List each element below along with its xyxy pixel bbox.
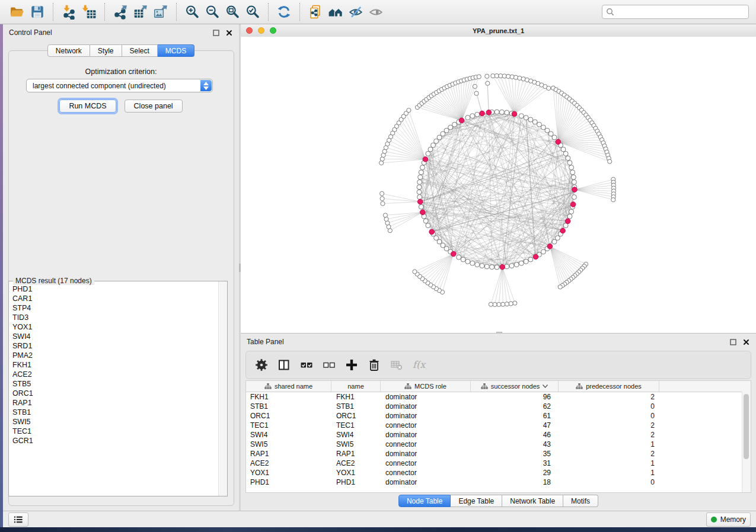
graph-hub-node[interactable]: [556, 139, 561, 145]
mcds-result-item[interactable]: TID3: [12, 313, 219, 322]
graph-node[interactable]: [444, 128, 449, 133]
graph-node[interactable]: [470, 114, 475, 118]
tab-style[interactable]: Style: [90, 44, 122, 57]
columns-icon[interactable]: [277, 358, 291, 372]
zoom-selected-icon[interactable]: [243, 2, 263, 21]
graph-node[interactable]: [572, 180, 576, 184]
close-panel-icon[interactable]: [225, 29, 233, 37]
refresh-icon[interactable]: [274, 2, 294, 21]
graph-node[interactable]: [552, 135, 557, 140]
graph-hub-node[interactable]: [480, 111, 485, 116]
graph-node[interactable]: [423, 219, 428, 223]
graph-leaf-node[interactable]: [474, 91, 479, 95]
run-mcds-button[interactable]: Run MCDS: [59, 100, 116, 113]
graph-hub-node[interactable]: [512, 111, 517, 117]
add-icon[interactable]: [344, 358, 359, 372]
cell-shared-name[interactable]: FKH1: [246, 393, 331, 401]
memory-button[interactable]: Memory: [706, 512, 751, 527]
cell-shared-name[interactable]: ORC1: [246, 412, 331, 420]
table-row[interactable]: RAP1RAP1dominator352: [246, 449, 751, 459]
graph-node[interactable]: [434, 139, 439, 143]
cell-predecessor-nodes[interactable]: 1: [559, 459, 659, 467]
mcds-result-item[interactable]: SWI4: [12, 332, 219, 341]
graph-node[interactable]: [417, 195, 422, 200]
import-network-icon[interactable]: [59, 2, 79, 21]
table-row[interactable]: SWI5SWI5connector431: [246, 440, 751, 449]
graph-hub-node[interactable]: [572, 187, 578, 193]
table-tab-motifs[interactable]: Motifs: [563, 495, 598, 507]
mcds-result-item[interactable]: PHD1: [12, 284, 219, 294]
graph-node[interactable]: [571, 175, 576, 180]
mcds-result-item[interactable]: ORC1: [12, 389, 219, 398]
graph-node[interactable]: [505, 264, 509, 269]
graph-leaf-node[interactable]: [489, 302, 493, 306]
cell-shared-name[interactable]: TEC1: [246, 421, 331, 430]
search-box[interactable]: [602, 5, 749, 19]
graph-node[interactable]: [519, 114, 524, 118]
graph-hub-node[interactable]: [423, 157, 428, 162]
graph-leaf-node[interactable]: [380, 197, 384, 201]
close-window-icon[interactable]: [246, 27, 253, 34]
graph-node[interactable]: [419, 170, 423, 175]
cell-MCDS-role[interactable]: dominator: [381, 431, 471, 439]
graph-leaf-node[interactable]: [486, 81, 490, 85]
mcds-result-item[interactable]: ACE2: [12, 370, 219, 379]
open-icon[interactable]: [7, 2, 27, 21]
graph-node[interactable]: [567, 161, 572, 165]
graph-node[interactable]: [569, 209, 574, 214]
deselect-all-icon[interactable]: [322, 358, 336, 372]
mcds-result-item[interactable]: STP4: [12, 303, 219, 313]
close-table-panel-icon[interactable]: [742, 338, 750, 346]
cell-MCDS-role[interactable]: dominator: [381, 450, 471, 458]
graph-leaf-node[interactable]: [611, 198, 615, 202]
graph-node[interactable]: [420, 165, 425, 170]
graph-leaf-node[interactable]: [485, 74, 489, 78]
table-row[interactable]: ACE2ACE2connector311: [246, 459, 751, 468]
graph-hub-node[interactable]: [451, 251, 456, 257]
gear-icon[interactable]: [254, 358, 269, 372]
table-row[interactable]: STB1STB1dominator620: [246, 402, 751, 411]
graph-node[interactable]: [528, 117, 533, 122]
show-details-icon[interactable]: [366, 2, 386, 21]
graph-node[interactable]: [528, 257, 533, 262]
cell-predecessor-nodes[interactable]: 2: [559, 450, 659, 458]
cell-predecessor-nodes[interactable]: 0: [559, 402, 659, 411]
graph-hub-node[interactable]: [420, 210, 425, 215]
graph-hub-node[interactable]: [429, 229, 435, 235]
graph-leaf-node[interactable]: [509, 302, 513, 306]
mcds-result-item[interactable]: STB1: [12, 408, 219, 417]
graph-node[interactable]: [514, 262, 519, 267]
import-table-icon[interactable]: [79, 2, 99, 21]
cell-successor-nodes[interactable]: 62: [471, 402, 559, 411]
graph-node[interactable]: [519, 261, 524, 265]
cell-MCDS-role[interactable]: connector: [381, 421, 471, 430]
graph-node[interactable]: [524, 259, 528, 264]
graph-node[interactable]: [431, 143, 436, 148]
cell-shared-name[interactable]: SWI5: [246, 440, 331, 448]
graph-node[interactable]: [417, 180, 422, 184]
graph-hub-node[interactable]: [570, 202, 576, 207]
mcds-result-item[interactable]: PMA2: [12, 351, 219, 360]
graph-leaf-node[interactable]: [413, 270, 417, 274]
graph-node[interactable]: [418, 175, 423, 180]
mcds-result-item[interactable]: FKH1: [12, 360, 219, 370]
graph-hub-node[interactable]: [417, 199, 423, 204]
graph-node[interactable]: [457, 255, 461, 259]
graph-node[interactable]: [417, 190, 422, 194]
select-all-icon[interactable]: [299, 358, 314, 372]
graph-leaf-node[interactable]: [505, 302, 509, 306]
cell-predecessor-nodes[interactable]: 1: [559, 440, 659, 448]
cell-MCDS-role[interactable]: connector: [381, 469, 471, 477]
mcds-result-item[interactable]: YOX1: [12, 322, 219, 332]
cell-successor-nodes[interactable]: 46: [471, 431, 559, 439]
export-table-icon[interactable]: [130, 2, 151, 21]
graph-node[interactable]: [475, 262, 480, 267]
mcds-result-item[interactable]: SRD1: [12, 341, 219, 351]
graph-node[interactable]: [537, 122, 541, 127]
cell-name[interactable]: ACE2: [331, 459, 381, 467]
cell-successor-nodes[interactable]: 18: [471, 478, 559, 486]
graph-node[interactable]: [566, 156, 570, 161]
graph-node[interactable]: [499, 110, 504, 114]
table-scrollbar[interactable]: [742, 392, 751, 492]
float-table-panel-icon[interactable]: [729, 338, 737, 346]
